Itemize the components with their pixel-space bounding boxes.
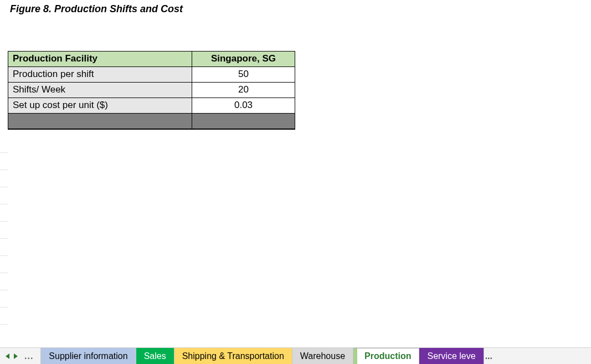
header-location[interactable]: Singapore, SG [192, 52, 295, 67]
row-value[interactable]: 0.03 [192, 98, 295, 114]
tab-service-level[interactable]: Service leve [419, 348, 484, 364]
tab-label: Service leve [427, 351, 475, 361]
tab-production[interactable]: Production [353, 348, 419, 364]
row-label[interactable]: Production per shift [8, 67, 192, 83]
tab-nav: ... [0, 348, 38, 364]
tab-label: Warehouse [300, 351, 345, 361]
tab-sales[interactable]: Sales [136, 348, 174, 364]
filler-cell[interactable] [8, 114, 192, 129]
sheet-tab-strip: ... Supplier information Sales Shipping … [0, 347, 591, 364]
worksheet-area[interactable]: Figure 8. Production Shifts and Cost Pro… [0, 0, 591, 346]
tab-label: Sales [144, 351, 166, 361]
tab-overflow-dots[interactable]: ... [484, 348, 496, 364]
tab-supplier-information[interactable]: Supplier information [40, 348, 136, 364]
filler-cell[interactable] [192, 114, 295, 129]
tab-label: Supplier information [49, 351, 127, 361]
tab-scroll-right-icon[interactable] [14, 353, 18, 359]
row-heading-gutter [0, 0, 8, 346]
header-facility[interactable]: Production Facility [8, 52, 192, 67]
table-filler-row [8, 114, 295, 129]
tab-scroll-left-icon[interactable] [6, 353, 9, 359]
table-row: Set up cost per unit ($) 0.03 [8, 98, 295, 114]
tab-warehouse[interactable]: Warehouse [292, 348, 353, 364]
figure-title: Figure 8. Production Shifts and Cost [10, 3, 183, 15]
row-label[interactable]: Shifts/ Week [8, 83, 192, 98]
tab-label: Production [364, 351, 411, 361]
tab-color-swatch [353, 348, 357, 364]
tab-nav-dots[interactable]: ... [22, 351, 33, 361]
row-value[interactable]: 20 [192, 83, 295, 98]
row-value[interactable]: 50 [192, 67, 295, 83]
table-header-row: Production Facility Singapore, SG [8, 52, 295, 67]
table-row: Shifts/ Week 20 [8, 83, 295, 98]
production-table: Production Facility Singapore, SG Produc… [8, 51, 295, 130]
tab-shipping-transportation[interactable]: Shipping & Transportation [174, 348, 292, 364]
table-row: Production per shift 50 [8, 67, 295, 83]
row-label[interactable]: Set up cost per unit ($) [8, 98, 192, 114]
tab-label: Shipping & Transportation [182, 351, 284, 361]
